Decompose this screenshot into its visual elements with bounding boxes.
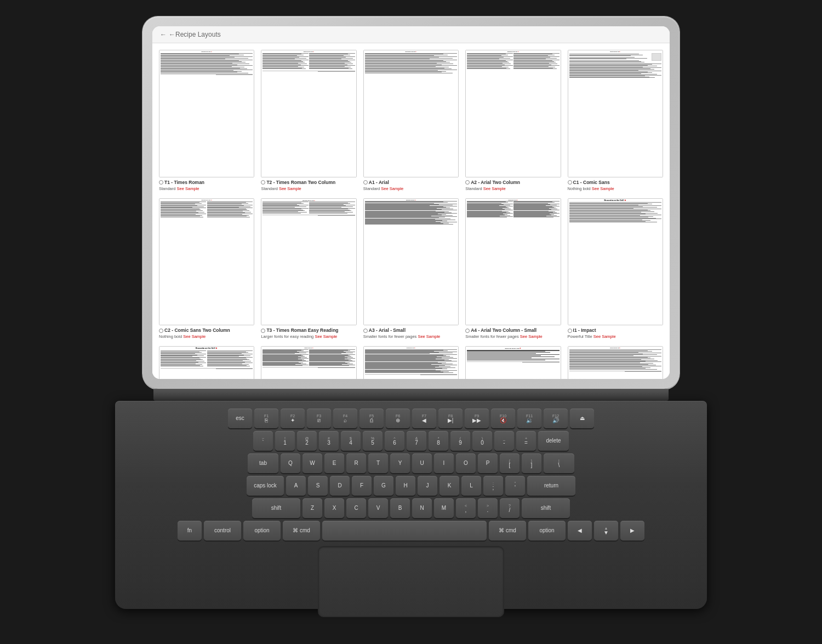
key-;[interactable]: :; <box>483 476 503 496</box>
key-t[interactable]: T <box>368 453 388 473</box>
key-2[interactable]: @2 <box>297 431 317 451</box>
see-sample-a4[interactable]: See Sample <box>520 334 543 339</box>
key-control[interactable]: control <box>204 521 241 540</box>
key-c[interactable]: C <box>346 498 366 518</box>
key-⌘-cmd[interactable]: ⌘ cmd <box>283 521 320 540</box>
key-fn[interactable]: fn <box>178 521 202 540</box>
key-[[interactable]: {[ <box>500 453 520 473</box>
key-🔇[interactable]: F10🔇 <box>491 409 515 428</box>
key-e[interactable]: E <box>324 453 344 473</box>
key-a[interactable]: A <box>286 476 306 496</box>
key-`[interactable]: ~` <box>253 431 273 451</box>
key-h[interactable]: H <box>396 476 415 496</box>
key-9[interactable]: (9 <box>450 431 470 451</box>
key-v[interactable]: V <box>368 498 388 518</box>
key-shift[interactable]: shift <box>252 498 300 518</box>
key-m[interactable]: M <box>434 498 454 518</box>
key-delete[interactable]: delete <box>538 431 569 451</box>
key-n[interactable]: N <box>412 498 432 518</box>
key-⌕[interactable]: F4⌕ <box>333 409 357 428</box>
key-z[interactable]: Z <box>302 498 322 518</box>
trackpad[interactable] <box>318 546 504 617</box>
radio-t3[interactable] <box>261 329 265 333</box>
radio-c1[interactable] <box>568 180 572 185</box>
key-s[interactable]: S <box>308 476 328 496</box>
key-=[interactable]: += <box>516 431 536 451</box>
see-sample-t2[interactable]: See Sample <box>279 186 301 191</box>
key-option[interactable]: option <box>528 521 566 540</box>
key-8[interactable]: *8 <box>429 431 448 451</box>
key-⏏[interactable]: ⏏ <box>570 409 594 428</box>
key-w[interactable]: W <box>302 453 322 473</box>
see-sample-t3[interactable]: See Sample <box>315 334 337 339</box>
see-sample-a2[interactable]: See Sample <box>483 186 506 191</box>
key-⌘-cmd[interactable]: ⌘ cmd <box>489 521 526 540</box>
key-✦[interactable]: F2✦ <box>281 409 305 428</box>
key-tab[interactable]: tab <box>248 453 278 473</box>
scroll-area[interactable]: Bruscetta on the Grill ★T1 - Times Roman… <box>152 43 670 379</box>
key-y[interactable]: Y <box>390 453 410 473</box>
key--[interactable]: _- <box>494 431 514 451</box>
key-p[interactable]: P <box>478 453 498 473</box>
radio-t2[interactable] <box>261 180 265 185</box>
key-4[interactable] <box>322 521 487 540</box>
key-⊕[interactable]: F6⊕ <box>386 409 410 428</box>
key-,[interactable]: <, <box>456 498 476 518</box>
key-r[interactable]: R <box>346 453 366 473</box>
see-sample-a1[interactable]: See Sample <box>381 186 403 191</box>
key-3[interactable]: #3 <box>319 431 339 451</box>
key-g[interactable]: G <box>374 476 393 496</box>
key-'[interactable]: "' <box>505 476 525 496</box>
radio-a4[interactable] <box>465 329 470 333</box>
key-🔉[interactable]: F11🔉 <box>517 409 541 428</box>
key-b[interactable]: B <box>390 498 410 518</box>
see-sample-i1[interactable]: See Sample <box>593 334 616 339</box>
key-return[interactable]: return <box>527 476 575 496</box>
key-.[interactable]: >. <box>478 498 498 518</box>
key-j[interactable]: J <box>418 476 437 496</box>
key-◀[interactable]: ◀ <box>568 521 592 540</box>
key-▶|[interactable]: F8▶| <box>438 409 463 428</box>
key-▶[interactable]: ▶ <box>620 521 644 540</box>
key-1[interactable]: !1 <box>275 431 295 451</box>
see-sample-c2[interactable]: See Sample <box>183 334 206 339</box>
radio-c2[interactable] <box>159 329 163 333</box>
key-q[interactable]: Q <box>281 453 300 473</box>
key-shift[interactable]: shift <box>522 498 570 518</box>
key-d[interactable]: D <box>330 476 350 496</box>
key-0[interactable]: )0 <box>472 431 492 451</box>
key-u[interactable]: U <box>412 453 432 473</box>
key-o[interactable]: O <box>456 453 476 473</box>
see-sample-c1[interactable]: See Sample <box>592 186 614 191</box>
key-option[interactable]: option <box>243 521 281 540</box>
key-⎘[interactable]: F1⎘ <box>254 409 278 428</box>
key-6[interactable]: ^6 <box>385 431 404 451</box>
key-4[interactable]: $4 <box>341 431 361 451</box>
key-][interactable]: }] <box>522 453 541 473</box>
key-7[interactable]: &7 <box>407 431 426 451</box>
see-sample-t1[interactable]: See Sample <box>177 186 199 191</box>
key-esc[interactable]: esc <box>228 409 252 428</box>
key-◀[interactable]: F7◀ <box>412 409 436 428</box>
key-\[interactable]: |\ <box>544 453 574 473</box>
key-f[interactable]: F <box>352 476 372 496</box>
key-i[interactable]: I <box>434 453 454 473</box>
key-⎚[interactable]: F3⎚ <box>307 409 331 428</box>
key-5[interactable]: %5 <box>363 431 383 451</box>
key-/[interactable]: ?/ <box>500 498 520 518</box>
radio-a3[interactable] <box>363 329 368 333</box>
key-l[interactable]: L <box>461 476 481 496</box>
radio-i1[interactable] <box>568 329 572 333</box>
key-⎙[interactable]: F5⎙ <box>359 409 384 428</box>
key-▼[interactable]: ▲▼ <box>594 521 618 540</box>
radio-a1[interactable] <box>363 180 368 185</box>
key-🔊[interactable]: F12🔊 <box>544 409 568 428</box>
key-k[interactable]: K <box>439 476 459 496</box>
radio-t1[interactable] <box>159 180 163 185</box>
key-x[interactable]: X <box>324 498 344 518</box>
key-caps-lock[interactable]: caps lock <box>247 476 284 496</box>
radio-a2[interactable] <box>465 180 470 185</box>
see-sample-a3[interactable]: See Sample <box>418 334 440 339</box>
key-▶▶[interactable]: F9▶▶ <box>465 409 489 428</box>
back-button[interactable]: ← ←Recipe Layouts <box>160 31 221 38</box>
